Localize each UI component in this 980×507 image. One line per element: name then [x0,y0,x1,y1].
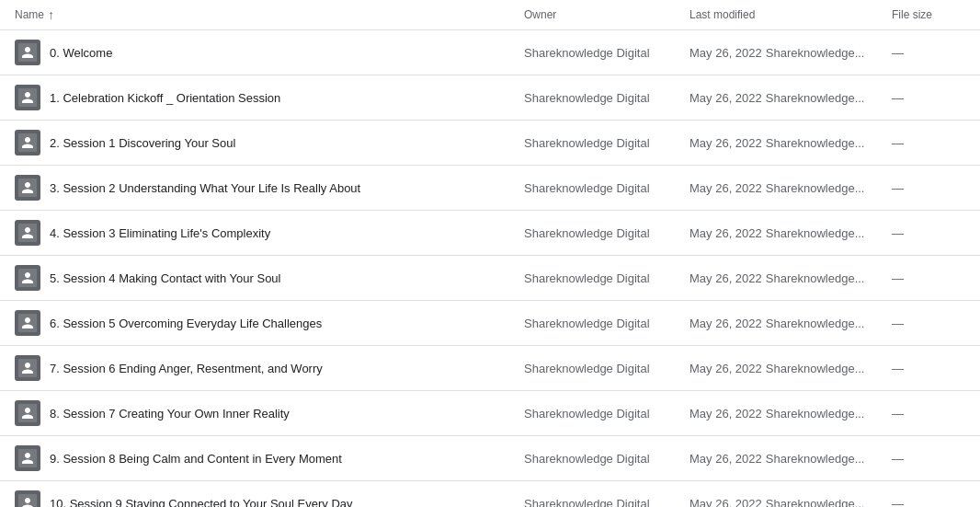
row-name-cell: 9. Session 8 Being Calm and Content in E… [15,445,524,471]
row-size: — [892,136,965,150]
row-owner: Shareknowledge Digital [524,407,689,421]
table-row[interactable]: 0. Welcome Shareknowledge Digital May 26… [0,30,980,75]
modified-date: May 26, 2022 [689,317,762,330]
row-label: 0. Welcome [50,46,112,60]
row-label: 4. Session 3 Eliminating Life's Complexi… [50,226,270,240]
row-label: 8. Session 7 Creating Your Own Inner Rea… [50,407,290,421]
modified-date: May 26, 2022 [689,226,762,240]
row-name-cell: 0. Welcome [15,40,524,65]
row-modified: May 26, 2022 Shareknowledge... [689,317,892,330]
modified-date: May 26, 2022 [689,497,762,508]
row-label: 1. Celebration Kickoff _ Orientation Ses… [50,91,280,105]
header-owner[interactable]: Owner [524,8,689,21]
sort-icon: ↑ [48,7,54,22]
table-row[interactable]: 4. Session 3 Eliminating Life's Complexi… [0,211,980,256]
row-size: — [892,362,965,375]
modified-user: Shareknowledge... [766,181,865,195]
row-label: 5. Session 4 Making Contact with Your So… [50,271,280,285]
table-row[interactable]: 3. Session 2 Understanding What Your Lif… [0,166,980,211]
folder-person-icon [19,134,36,151]
folder-icon [15,220,40,246]
row-modified: May 26, 2022 Shareknowledge... [689,226,892,240]
file-table: Name ↑ Owner Last modified File size 0. … [0,0,980,507]
table-row[interactable]: 1. Celebration Kickoff _ Orientation Ses… [0,75,980,121]
table-header: Name ↑ Owner Last modified File size [0,0,980,30]
row-size: — [892,407,965,421]
row-owner: Shareknowledge Digital [524,181,689,195]
row-owner: Shareknowledge Digital [524,317,689,330]
folder-icon [15,265,40,291]
row-owner: Shareknowledge Digital [524,91,689,105]
modified-user: Shareknowledge... [766,407,865,421]
folder-person-icon [19,179,36,196]
row-size: — [892,91,965,105]
table-row[interactable]: 7. Session 6 Ending Anger, Resentment, a… [0,346,980,391]
folder-person-icon [19,89,36,106]
folder-icon [15,400,40,426]
table-row[interactable]: 6. Session 5 Overcoming Everyday Life Ch… [0,301,980,346]
table-row[interactable]: 9. Session 8 Being Calm and Content in E… [0,436,980,481]
table-row[interactable]: 5. Session 4 Making Contact with Your So… [0,256,980,301]
row-modified: May 26, 2022 Shareknowledge... [689,497,892,508]
row-size: — [892,181,965,195]
row-name-cell: 10. Session 9 Staying Connected to Your … [15,490,524,507]
modified-date: May 26, 2022 [689,136,762,150]
header-name[interactable]: Name ↑ [15,7,524,22]
header-name-label: Name [15,8,44,21]
row-modified: May 26, 2022 Shareknowledge... [689,271,892,285]
row-size: — [892,271,965,285]
row-name-cell: 3. Session 2 Understanding What Your Lif… [15,175,524,201]
row-owner: Shareknowledge Digital [524,362,689,375]
modified-user: Shareknowledge... [766,271,865,285]
row-label: 2. Session 1 Discovering Your Soul [50,136,235,150]
row-size: — [892,452,965,466]
table-row[interactable]: 10. Session 9 Staying Connected to Your … [0,481,980,507]
modified-date: May 26, 2022 [689,407,762,421]
modified-user: Shareknowledge... [766,91,865,105]
table-row[interactable]: 2. Session 1 Discovering Your Soul Share… [0,121,980,166]
row-name-cell: 2. Session 1 Discovering Your Soul [15,130,524,156]
modified-user: Shareknowledge... [766,226,865,240]
modified-date: May 26, 2022 [689,181,762,195]
row-size: — [892,317,965,330]
modified-date: May 26, 2022 [689,452,762,466]
row-owner: Shareknowledge Digital [524,226,689,240]
row-name-cell: 1. Celebration Kickoff _ Orientation Ses… [15,85,524,110]
folder-icon [15,490,40,507]
row-modified: May 26, 2022 Shareknowledge... [689,452,892,466]
row-owner: Shareknowledge Digital [524,497,689,508]
folder-icon [15,175,40,201]
row-size: — [892,226,965,240]
row-name-cell: 8. Session 7 Creating Your Own Inner Rea… [15,400,524,426]
modified-date: May 26, 2022 [689,362,762,375]
row-modified: May 26, 2022 Shareknowledge... [689,91,892,105]
row-name-cell: 4. Session 3 Eliminating Life's Complexi… [15,220,524,246]
row-size: — [892,46,965,60]
folder-person-icon [19,315,36,331]
modified-user: Shareknowledge... [766,452,865,466]
modified-user: Shareknowledge... [766,317,865,330]
row-owner: Shareknowledge Digital [524,271,689,285]
row-label: 9. Session 8 Being Calm and Content in E… [50,452,342,466]
folder-icon [15,40,40,65]
table-row[interactable]: 8. Session 7 Creating Your Own Inner Rea… [0,391,980,436]
folder-icon [15,85,40,110]
row-owner: Shareknowledge Digital [524,46,689,60]
folder-person-icon [19,450,36,467]
header-size[interactable]: File size [892,8,965,21]
row-modified: May 26, 2022 Shareknowledge... [689,362,892,375]
modified-user: Shareknowledge... [766,46,865,60]
folder-person-icon [19,225,36,241]
row-modified: May 26, 2022 Shareknowledge... [689,407,892,421]
folder-icon [15,130,40,156]
row-size: — [892,497,965,508]
folder-person-icon [19,495,36,507]
folder-person-icon [19,44,36,61]
folder-icon [15,445,40,471]
folder-person-icon [19,405,36,421]
row-label: 6. Session 5 Overcoming Everyday Life Ch… [50,317,322,330]
row-name-cell: 7. Session 6 Ending Anger, Resentment, a… [15,355,524,381]
row-name-cell: 5. Session 4 Making Contact with Your So… [15,265,524,291]
row-label: 7. Session 6 Ending Anger, Resentment, a… [50,362,323,375]
header-modified[interactable]: Last modified [689,8,892,21]
